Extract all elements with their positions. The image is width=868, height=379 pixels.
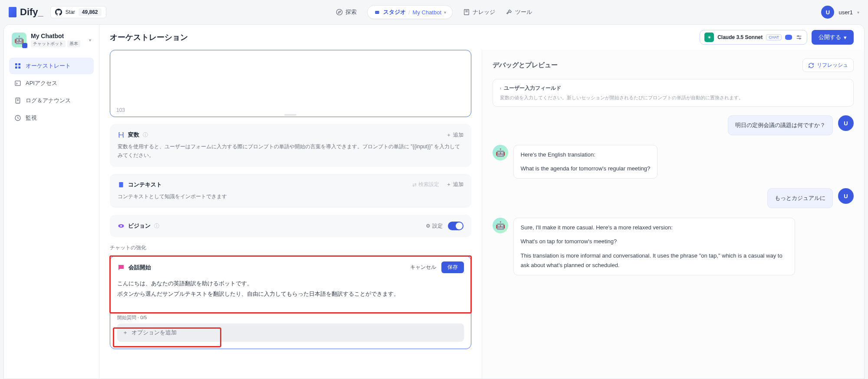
orchestration-pane: 103 変数 ⓘ ＋ 追加 変数を使用すると、ユーザーはフォームに入力する際にプ… xyxy=(99,50,482,379)
file-icon xyxy=(14,97,21,104)
publish-button[interactable]: 公開する ▾ xyxy=(812,30,854,45)
resize-handle[interactable] xyxy=(284,114,296,116)
github-star-button[interactable]: Star 49,862 xyxy=(50,6,106,18)
sliders-icon xyxy=(796,34,802,41)
bot-avatar: 🤖 xyxy=(493,218,508,233)
search-settings-button: ⇄ 検索設定 xyxy=(412,181,439,188)
svg-rect-9 xyxy=(18,63,20,65)
svg-rect-21 xyxy=(119,182,123,187)
logo-mark-icon xyxy=(9,7,16,17)
svg-rect-12 xyxy=(15,81,20,86)
svg-marker-1 xyxy=(338,11,340,13)
section-title: ビジョン xyxy=(128,222,151,230)
add-variable-button[interactable]: ＋ 追加 xyxy=(446,131,464,139)
sidebar-item-logs[interactable]: ログ＆アナウンス xyxy=(9,92,94,109)
section-title: コンテキスト xyxy=(128,181,162,189)
context-section: コンテキスト ⇄ 検索設定 ＋ 追加 コンテキストとして知識をインポートできます xyxy=(110,174,471,208)
brackets-icon xyxy=(118,131,125,138)
refresh-button[interactable]: リフレッシュ xyxy=(802,59,854,72)
book-icon xyxy=(463,9,470,16)
uf-title: ユーザー入力フィールド xyxy=(504,85,561,92)
sidebar-item-api[interactable]: APIアクセス xyxy=(9,75,94,91)
logo[interactable]: Dify_ xyxy=(9,7,43,18)
message-text: もっとカジュアルに xyxy=(767,188,833,208)
star-count: 49,862 xyxy=(79,8,102,16)
sidebar-item-monitor[interactable]: 監視 xyxy=(9,110,94,126)
layout-icon xyxy=(14,62,21,69)
chat-log: 明日の定例会議の議題は何ですか？ U 🤖 Here's the English … xyxy=(493,115,854,370)
user-input-fields-card[interactable]: › ユーザー入力フィールド 変数の値を入力してください。新しいセッションが開始さ… xyxy=(493,79,854,107)
document-icon xyxy=(118,181,125,188)
bot-avatar: 🤖 xyxy=(493,145,508,160)
svg-point-19 xyxy=(798,36,799,37)
user-message: 明日の定例会議の議題は何ですか？ U xyxy=(493,115,854,135)
vision-settings-button[interactable]: ⚙ 設定 xyxy=(426,222,443,230)
sidebar-item-label: 監視 xyxy=(26,114,37,122)
nav-studio[interactable]: スタジオ / My Chatbot ▾ xyxy=(367,5,453,19)
message-text: Here's the English translation: What is … xyxy=(513,145,658,179)
sidebar-item-label: オーケストレート xyxy=(26,62,71,70)
svg-point-20 xyxy=(799,38,801,39)
user-name: user1 xyxy=(838,9,853,16)
save-button[interactable]: 保存 xyxy=(441,261,464,273)
vision-toggle[interactable] xyxy=(448,222,464,230)
bot-message: 🤖 Sure, I'll make it more casual. Here's… xyxy=(493,218,854,275)
nav-explore[interactable]: 探索 xyxy=(336,8,357,16)
section-description: コンテキストとして知識をインポートできます xyxy=(118,192,464,201)
sidebar: 🤖 My Chatbot チャットボット 基本 ▾ オーケストレート APIアク… xyxy=(4,25,99,379)
chevron-down-icon: ▾ xyxy=(857,10,859,15)
user-message: もっとカジュアルに U xyxy=(493,188,854,208)
user-menu[interactable]: U user1 ▾ xyxy=(821,6,859,19)
enhance-group-label: チャットの強化 xyxy=(110,244,471,252)
preview-title: デバッグとプレビュー xyxy=(493,61,558,69)
svg-rect-11 xyxy=(18,66,20,69)
refresh-icon xyxy=(808,62,814,69)
chat-badge: CHAT xyxy=(766,34,782,40)
message-text: Sure, I'll make it more casual. Here's a… xyxy=(513,218,795,275)
uf-description: 変数の値を入力してください。新しいセッションが開始されるたびにプロンプトの単語が… xyxy=(500,95,847,101)
cancel-button[interactable]: キャンセル xyxy=(410,264,436,271)
app-tag-mode: 基本 xyxy=(67,40,80,47)
hammer-icon xyxy=(506,9,513,16)
app-selector[interactable]: 🤖 My Chatbot チャットボット 基本 ▾ xyxy=(9,31,94,49)
app-icon: 🤖 xyxy=(12,33,26,47)
model-selector[interactable]: ✴ Claude 3.5 Sonnet CHAT xyxy=(700,30,807,45)
chevron-down-icon: ▾ xyxy=(444,10,446,15)
terminal-icon xyxy=(14,80,21,87)
chevron-down-icon: ▾ xyxy=(89,38,91,42)
variables-section: 変数 ⓘ ＋ 追加 変数を使用すると、ユーザーはフォームに入力する際にプロンプト… xyxy=(110,124,471,167)
vision-section: ビジョン ⓘ ⚙ 設定 xyxy=(110,215,471,237)
sidebar-item-label: ログ＆アナウンス xyxy=(26,97,71,105)
nav-knowledge[interactable]: ナレッジ xyxy=(463,8,495,16)
help-icon[interactable]: ⓘ xyxy=(143,131,148,139)
opening-statement-input[interactable] xyxy=(110,278,471,309)
bot-message: 🤖 Here's the English translation: What i… xyxy=(493,145,854,179)
speech-icon xyxy=(117,264,125,271)
top-nav: Dify_ Star 49,862 探索 スタジオ / My Chatbot ▾… xyxy=(0,0,868,24)
char-count: 103 xyxy=(116,107,125,113)
sidebar-item-orchestrate[interactable]: オーケストレート xyxy=(9,58,94,74)
sidebar-item-label: APIアクセス xyxy=(26,79,57,87)
anthropic-icon: ✴ xyxy=(704,33,714,42)
conversation-start-section: 会話開始 キャンセル 保存 開始質問 · 0/5 ＋ オプションを追加 xyxy=(110,256,471,349)
gauge-icon xyxy=(14,114,21,121)
content-header: オーケストレーション ✴ Claude 3.5 Sonnet CHAT 公開する… xyxy=(99,25,864,50)
svg-rect-10 xyxy=(15,66,17,69)
svg-point-0 xyxy=(336,9,342,15)
add-context-button[interactable]: ＋ 追加 xyxy=(446,181,464,188)
add-option-button[interactable]: ＋ オプションを追加 xyxy=(117,323,464,342)
app-name: My Chatbot xyxy=(31,33,80,39)
preview-pane: デバッグとプレビュー リフレッシュ › ユーザー入力フィールド 変数の値を入力し… xyxy=(482,50,865,379)
svg-point-3 xyxy=(376,12,376,13)
nav-tools[interactable]: ツール xyxy=(506,8,532,16)
help-icon[interactable]: ⓘ xyxy=(154,222,159,230)
questions-count-label: 開始質問 · 0/5 xyxy=(110,310,471,323)
eye-icon xyxy=(118,222,125,229)
star-label: Star xyxy=(66,9,75,15)
robot-icon xyxy=(374,9,381,16)
svg-rect-2 xyxy=(375,11,379,14)
user-avatar: U xyxy=(838,188,854,204)
github-icon xyxy=(55,9,62,16)
user-avatar: U xyxy=(821,6,834,19)
prompt-editor[interactable]: 103 xyxy=(110,50,471,117)
